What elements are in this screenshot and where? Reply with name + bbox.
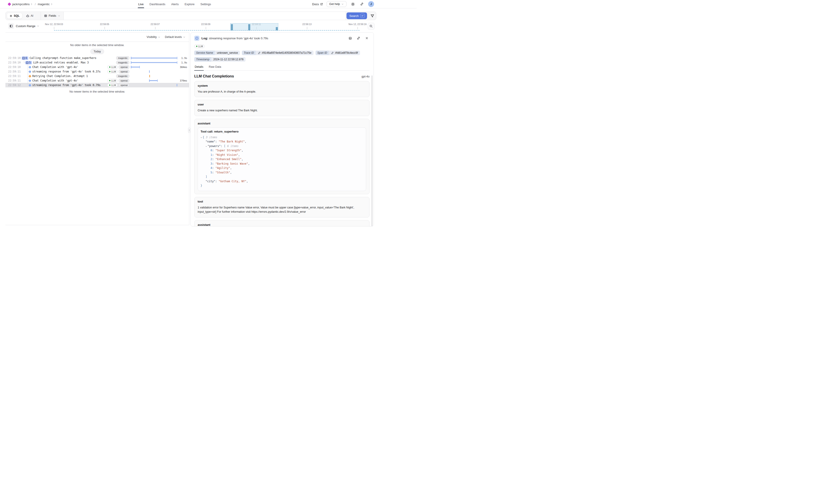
- json-token-str: "Night Vision": [215, 153, 238, 157]
- message-text: Create a new superhero named The Bark Ni…: [198, 109, 366, 113]
- json-token-brace: }: [200, 184, 202, 187]
- green-dot-icon: [109, 66, 111, 68]
- tool-call-card: Tool call: return_superhero⌄{ 3 items"na…: [198, 127, 366, 191]
- sql-mode-button[interactable]: SQL: [7, 13, 22, 19]
- chevron-down-icon: [37, 25, 39, 27]
- search-button[interactable]: Search ↵: [347, 13, 367, 19]
- search-row: SQL AI Fields Search ↵: [5, 11, 376, 20]
- meta-chip-value: unknown_service: [215, 51, 240, 55]
- theme-toggle-button[interactable]: [350, 1, 356, 7]
- detail-header: Log: streaming response from 'gpt-4o' to…: [194, 35, 370, 41]
- json-token-punct: :: [212, 149, 215, 152]
- panel-resize-handle[interactable]: [188, 128, 190, 133]
- collapse-chevron-icon[interactable]: ⌄: [200, 135, 202, 139]
- model-name: gpt-4o: [362, 75, 370, 78]
- org-switcher[interactable]: jackmpcollins: [12, 2, 33, 6]
- log-row-main: Retrying Chat Completion. Attempt 1magen…: [22, 74, 131, 78]
- timeline-tick-mark: [155, 27, 156, 29]
- green-dot-icon: [109, 85, 111, 86]
- default-levels-dropdown[interactable]: Default levels: [165, 35, 186, 39]
- detail-header-actions: [348, 35, 370, 41]
- fields-dropdown[interactable]: Fields: [41, 12, 64, 20]
- nav-tab-explore[interactable]: Explore: [185, 0, 194, 8]
- log-row[interactable]: 22:59:105LLM-assisted retries enabled. M…: [5, 60, 189, 65]
- search-input[interactable]: [64, 12, 345, 20]
- log-row[interactable]: 22:59:10Chat Completion with 'gpt-4o'LLM…: [5, 65, 189, 69]
- nav-tab-dashboards[interactable]: Dashboards: [149, 0, 165, 8]
- copy-link-button[interactable]: [356, 35, 361, 41]
- link-icon: [331, 51, 334, 54]
- json-token-punct: :: [212, 166, 215, 170]
- json-token-brace: ]: [206, 175, 207, 178]
- log-message: LLM-assisted retries enabled. Max 3: [33, 61, 89, 64]
- nav-tab-live[interactable]: Live: [138, 0, 144, 8]
- time-range-label: Custom Range: [16, 24, 35, 28]
- json-token-punct: ,: [246, 180, 248, 183]
- message-card-tool: tool1 validation error for Superhero nam…: [194, 197, 370, 217]
- close-panel-button[interactable]: [364, 35, 370, 41]
- collapse-panel-button[interactable]: [8, 23, 14, 29]
- json-token-str: "Barking Sonic Wave": [215, 162, 248, 165]
- json-line: ]: [200, 175, 363, 179]
- nav-tab-alerts[interactable]: Alerts: [171, 0, 178, 8]
- message-text: 1 validation error for Superhero name Va…: [198, 206, 366, 214]
- visibility-label: Visibility: [147, 35, 157, 39]
- tag-llm: LLM: [107, 79, 118, 82]
- detail-tab-details[interactable]: Details: [194, 64, 204, 70]
- detail-tab-raw-data[interactable]: Raw Data: [208, 64, 221, 70]
- timeline-zoom-in-button[interactable]: [368, 23, 375, 30]
- timeline-selection[interactable]: [230, 23, 278, 30]
- share-link-button[interactable]: [359, 1, 364, 7]
- sparkle-icon: [9, 15, 13, 17]
- green-dot-icon: [109, 71, 111, 72]
- collapse-chevron-icon[interactable]: ⌄: [206, 144, 207, 148]
- chevron-down-icon: [58, 15, 60, 17]
- no-older-items-message: No older items in the selected time wind…: [5, 44, 189, 47]
- log-row[interactable]: 22:59:12streaming response from 'gpt-4o'…: [5, 83, 189, 88]
- org-name: jackmpcollins: [12, 2, 30, 6]
- json-line: 5: "Stealth",: [200, 170, 363, 175]
- time-range-dropdown[interactable]: Custom Range: [16, 24, 39, 28]
- meta-chip-value[interactable]: #9146a6974e4e6140538043607a71c75e: [256, 51, 313, 55]
- today-button[interactable]: Today: [90, 49, 104, 54]
- timeline-histogram-bar: [231, 24, 233, 30]
- json-token-key: "powers": [208, 145, 221, 148]
- log-timestamp: 22:59:11: [8, 70, 22, 73]
- toggle-row-view-button[interactable]: [348, 35, 353, 41]
- top-nav: jackmpcollins / magentic LiveDashboardsA…: [0, 0, 416, 8]
- log-row[interactable]: 22:59:11Retrying Chat Completion. Attemp…: [5, 74, 189, 78]
- detail-scrollbar[interactable]: [372, 75, 373, 226]
- tag-openai: openai: [119, 79, 129, 82]
- json-line: ⌄"powers": [ 6 items: [200, 144, 363, 149]
- log-detail-panel: Log: streaming response from 'gpt-4o' to…: [190, 32, 374, 226]
- default-levels-label: Default levels: [165, 35, 182, 39]
- json-token-key: "name": [206, 140, 215, 143]
- meta-chip-value[interactable]: #fd81e8f78c4ecc9f: [329, 51, 360, 55]
- detail-title: Log: streaming response from 'gpt-4o' to…: [201, 37, 268, 40]
- nav-right: Docs Get help J: [312, 1, 374, 7]
- log-row[interactable]: 22:59:11streaming response from 'gpt-4o'…: [5, 69, 189, 74]
- project-switcher[interactable]: magentic: [38, 2, 53, 6]
- no-newer-items-message: No newer items in the selected time wind…: [5, 90, 189, 93]
- log-row-main: streaming response from 'gpt-4o' took 0.…: [22, 83, 131, 88]
- docs-link[interactable]: Docs: [312, 2, 323, 6]
- collapse-badge[interactable]: 6: [22, 56, 28, 60]
- log-row[interactable]: 22:59:11Chat Completion with 'gpt-4o'LLM…: [5, 78, 189, 83]
- message-role: tool: [198, 200, 366, 203]
- nav-tab-settings[interactable]: Settings: [200, 0, 211, 8]
- brand-logo-icon: [8, 2, 11, 6]
- filter-button[interactable]: [368, 12, 376, 19]
- link-icon: [258, 51, 261, 54]
- close-icon: [365, 37, 368, 40]
- visibility-dropdown[interactable]: Visibility: [147, 35, 160, 39]
- avatar[interactable]: J: [368, 1, 374, 7]
- search-label: Search: [350, 14, 359, 18]
- collapse-badge[interactable]: 5: [25, 61, 32, 64]
- json-line: "name": "The Bark Night",: [200, 140, 363, 144]
- timeline-track: Nov 12, 22:59:0322:59:0522:59:0722:59:09…: [0, 22, 416, 31]
- ai-mode-button[interactable]: AI: [24, 13, 36, 19]
- log-row[interactable]: 22:59:106Calling chatprompt-function mak…: [5, 56, 189, 60]
- log-message: Calling chatprompt-function make_superhe…: [30, 56, 96, 59]
- get-help-button[interactable]: Get help: [327, 1, 347, 7]
- log-message: Retrying Chat Completion. Attempt 1: [32, 74, 88, 78]
